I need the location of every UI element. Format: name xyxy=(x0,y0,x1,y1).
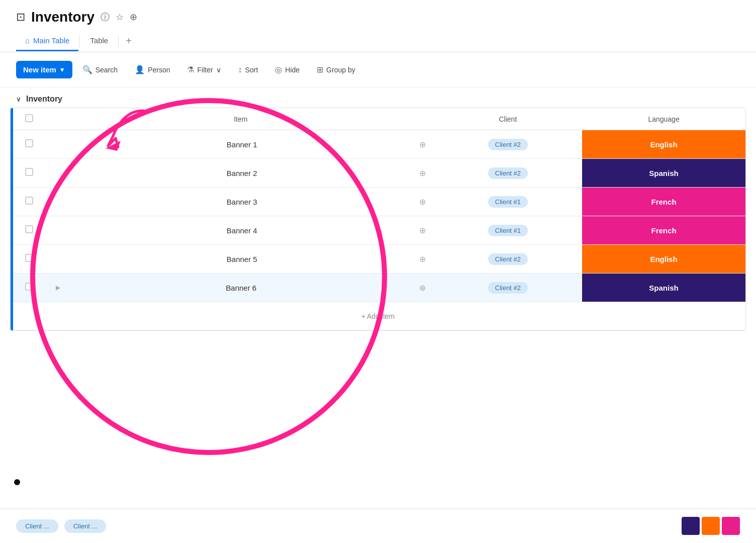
group-name: Inventory xyxy=(26,95,62,104)
client-badge: Client #1 xyxy=(488,225,528,236)
tabs-bar: ⌂ Main Table Table + xyxy=(0,30,756,52)
star-icon[interactable]: ☆ xyxy=(116,12,124,23)
sort-button[interactable]: ↕ Sort xyxy=(231,61,265,79)
bottom-client2-badge: Client ... xyxy=(64,519,107,533)
group-icon: ⊞ xyxy=(317,65,323,74)
dot-annotation xyxy=(14,479,20,485)
search-button[interactable]: 🔍 Search xyxy=(75,60,125,79)
add-circle-icon[interactable]: ⊕ xyxy=(130,12,137,23)
table-header-row: Item Client Language xyxy=(11,108,745,130)
bottom-client1-badge: Client ... xyxy=(16,519,58,533)
cell-language: French xyxy=(582,216,745,245)
table-row[interactable]: ▶Banner 6⊕Client #2Spanish xyxy=(11,274,745,302)
item-name: Banner 2 xyxy=(65,169,419,177)
inventory-table: Item Client Language Banner 1⊕Client #2E… xyxy=(10,108,746,331)
cell-client: Client #2 xyxy=(434,159,582,188)
app-icon: ⊡ xyxy=(16,11,25,24)
row-checkbox[interactable] xyxy=(25,283,33,291)
language-badge: English xyxy=(582,130,745,158)
hide-button[interactable]: ◎ Hide xyxy=(268,60,307,79)
filter-label: Filter xyxy=(197,66,213,74)
row-checkbox[interactable] xyxy=(25,139,33,147)
row-expand-icon[interactable]: ▶ xyxy=(56,284,60,291)
tab-divider-2 xyxy=(118,35,119,47)
cell-check xyxy=(11,274,48,302)
language-badge: French xyxy=(582,216,745,244)
info-icon[interactable]: ⓘ xyxy=(101,11,110,23)
cell-client: Client #1 xyxy=(434,188,582,216)
comment-icon[interactable]: ⊕ xyxy=(419,197,426,207)
filter-button[interactable]: ⚗ Filter ∨ xyxy=(180,60,228,79)
client-badge: Client #2 xyxy=(488,167,528,179)
comment-icon[interactable]: ⊕ xyxy=(419,254,426,264)
cell-item: Banner 5⊕ xyxy=(48,245,434,274)
comment-icon[interactable]: ⊕ xyxy=(419,283,426,293)
cell-language: Spanish xyxy=(582,159,745,188)
comment-icon[interactable]: ⊕ xyxy=(419,168,426,178)
cell-item: Banner 3⊕ xyxy=(48,188,434,216)
cell-client: Client #1 xyxy=(434,216,582,245)
client-badge: Client #2 xyxy=(488,139,528,150)
cell-item: Banner 2⊕ xyxy=(48,159,434,188)
cell-check xyxy=(11,245,48,274)
person-icon: 👤 xyxy=(135,65,145,74)
add-item-cell[interactable]: + Add item xyxy=(11,302,745,330)
table-row[interactable]: Banner 1⊕Client #2English xyxy=(11,130,745,159)
tab-add-button[interactable]: + xyxy=(120,30,138,52)
group-chevron-icon[interactable]: ∨ xyxy=(16,96,21,103)
sort-icon: ↕ xyxy=(238,65,242,74)
cell-item: Banner 4⊕ xyxy=(48,216,434,245)
cell-check xyxy=(11,130,48,159)
table-row[interactable]: Banner 5⊕Client #2English xyxy=(11,245,745,274)
chevron-down-icon: ▼ xyxy=(59,66,65,73)
item-name: Banner 4 xyxy=(65,226,419,235)
cell-client: Client #2 xyxy=(434,245,582,274)
table-row[interactable]: Banner 2⊕Client #2Spanish xyxy=(11,159,745,188)
item-name: Banner 3 xyxy=(65,198,419,206)
cell-check xyxy=(11,159,48,188)
person-button[interactable]: 👤 Person xyxy=(128,60,177,79)
col-header-language: Language xyxy=(582,108,745,130)
person-label: Person xyxy=(148,66,170,74)
add-item-row[interactable]: + Add item xyxy=(11,302,745,330)
client-badge: Client #1 xyxy=(488,196,528,208)
cell-check xyxy=(11,216,48,245)
new-item-button[interactable]: New item ▼ xyxy=(16,61,72,78)
language-badge: Spanish xyxy=(582,159,745,187)
filter-icon: ⚗ xyxy=(187,65,194,74)
table-row[interactable]: Banner 4⊕Client #1French xyxy=(11,216,745,245)
row-checkbox[interactable] xyxy=(25,254,33,262)
col-header-item: Item xyxy=(48,108,434,130)
item-name: Banner 6 xyxy=(63,284,419,292)
row-checkbox[interactable] xyxy=(25,225,33,233)
col-header-check xyxy=(11,108,48,130)
row-checkbox[interactable] xyxy=(25,197,33,205)
comment-icon[interactable]: ⊕ xyxy=(419,226,426,235)
filter-chevron-icon: ∨ xyxy=(216,66,221,74)
cell-item: Banner 1⊕ xyxy=(48,130,434,159)
cell-language: English xyxy=(582,130,745,159)
cell-client: Client #2 xyxy=(434,130,582,159)
tab-divider xyxy=(79,35,80,47)
language-badge: Spanish xyxy=(582,274,745,302)
swatch-orange xyxy=(702,517,720,535)
group-by-label: Group by xyxy=(326,66,355,74)
sort-label: Sort xyxy=(245,66,258,74)
cell-check xyxy=(11,188,48,216)
tab-table[interactable]: Table xyxy=(81,31,117,51)
hide-label: Hide xyxy=(285,66,300,74)
table-row[interactable]: Banner 3⊕Client #1French xyxy=(11,188,745,216)
tab-main-table-label: Main Table xyxy=(33,36,69,45)
tab-main-table[interactable]: ⌂ Main Table xyxy=(16,31,78,51)
language-badge: English xyxy=(582,245,745,273)
header-checkbox[interactable] xyxy=(25,114,33,122)
col-header-client: Client xyxy=(434,108,582,130)
new-item-label: New item xyxy=(23,65,56,74)
comment-icon[interactable]: ⊕ xyxy=(419,140,426,149)
group-by-button[interactable]: ⊞ Group by xyxy=(310,60,362,79)
client-badge: Client #2 xyxy=(488,253,528,265)
row-checkbox[interactable] xyxy=(25,168,33,176)
item-name: Banner 1 xyxy=(65,140,419,149)
hide-icon: ◎ xyxy=(275,65,282,74)
search-label: Search xyxy=(96,66,118,74)
